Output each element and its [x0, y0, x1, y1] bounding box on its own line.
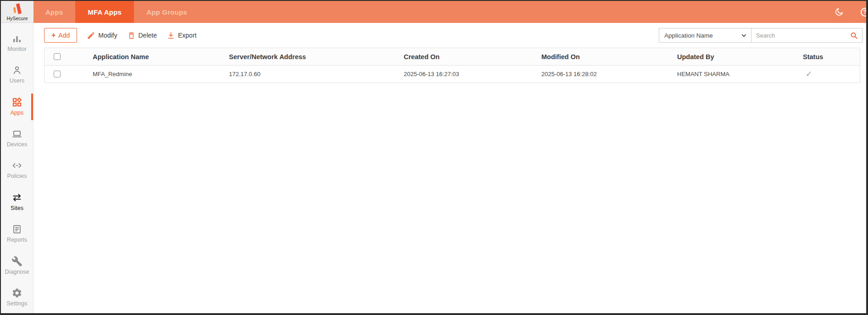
column-header-created-on[interactable]: Created On: [404, 53, 541, 61]
sidebar: Monitor Users Apps Devices: [1, 23, 33, 313]
search-icon[interactable]: [850, 31, 858, 40]
sidebar-item-sites[interactable]: Sites: [1, 186, 33, 217]
dark-mode-icon[interactable]: [834, 7, 844, 17]
add-button[interactable]: + Add: [44, 28, 77, 43]
select-all-checkbox[interactable]: [54, 53, 61, 60]
sidebar-item-label: Devices: [7, 141, 27, 148]
sidebar-item-reports[interactable]: Reports: [1, 218, 33, 249]
sidebar-item-label: Sites: [11, 205, 23, 211]
brand-logo[interactable]: HySecure: [1, 1, 33, 23]
main-content: + Add Modify Delete Export: [34, 23, 866, 313]
export-button[interactable]: Export: [167, 31, 196, 40]
sidebar-item-label: Monitor: [7, 46, 27, 52]
cell-server-address: 172.17.0.60: [229, 71, 404, 77]
search-field-select[interactable]: Application Name: [659, 28, 751, 43]
column-header-server-address[interactable]: Server/Network Address: [229, 53, 404, 61]
sidebar-item-label: Diagnose: [5, 269, 29, 275]
sidebar-item-policies[interactable]: Policies: [1, 154, 33, 186]
sidebar-item-label: Apps: [11, 110, 24, 116]
sidebar-item-label: Settings: [6, 300, 27, 307]
table-row[interactable]: MFA_Redmine 172.17.0.60 2025-06-13 16:27…: [45, 66, 860, 83]
sidebar-item-label: Reports: [7, 237, 27, 243]
hysecure-logo-icon: [11, 2, 24, 16]
table-header-row: Application Name Server/Network Address …: [45, 48, 860, 66]
cell-created-on: 2025-06-13 16:27:03: [404, 71, 541, 77]
settings-gear-icon: [11, 287, 22, 298]
tab-apps[interactable]: Apps: [33, 1, 75, 23]
export-download-icon: [167, 31, 175, 40]
modify-button-label: Modify: [98, 32, 117, 39]
row-checkbox[interactable]: [54, 71, 61, 77]
modify-button[interactable]: Modify: [87, 31, 117, 40]
sidebar-item-label: Users: [10, 77, 25, 84]
sites-icon: [11, 192, 22, 203]
trash-icon: [127, 31, 136, 40]
topbar-actions: ?: [834, 1, 866, 23]
sidebar-item-users[interactable]: Users: [1, 58, 33, 90]
chevron-down-icon: [741, 33, 747, 39]
search-box: [751, 28, 862, 43]
active-item-indicator: [31, 94, 33, 120]
status-check-icon: ✓: [806, 70, 812, 78]
monitor-icon: [11, 33, 22, 44]
tab-app-groups[interactable]: App Groups: [134, 1, 200, 23]
column-header-status[interactable]: Status: [803, 53, 860, 61]
diagnose-wrench-icon: [11, 256, 22, 267]
sidebar-item-settings[interactable]: Settings: [1, 282, 33, 313]
column-header-modified-on[interactable]: Modified On: [541, 53, 677, 61]
help-icon[interactable]: ?: [861, 8, 866, 17]
users-icon: [11, 65, 22, 76]
sidebar-item-apps[interactable]: Apps: [1, 90, 33, 122]
delete-button[interactable]: Delete: [127, 31, 157, 40]
sidebar-item-label: Policies: [7, 173, 27, 179]
table-toolbar: + Add Modify Delete Export: [34, 23, 866, 48]
app-tabs: Apps MFA Apps App Groups: [33, 1, 200, 23]
mfa-apps-table: Application Name Server/Network Address …: [44, 48, 860, 83]
reports-icon: [11, 224, 22, 235]
tab-mfa-apps[interactable]: MFA Apps: [75, 1, 134, 23]
app-window: Apps MFA Apps App Groups ? HySecure Moni…: [0, 0, 868, 315]
sidebar-item-diagnose[interactable]: Diagnose: [1, 249, 33, 281]
brand-name: HySecure: [6, 16, 28, 21]
devices-icon: [11, 128, 22, 139]
table-filter: Application Name: [659, 28, 862, 43]
policies-icon: [11, 160, 22, 171]
search-field-selected-value: Application Name: [664, 32, 713, 39]
search-input[interactable]: [751, 28, 862, 42]
apps-grid-icon: [11, 97, 22, 108]
cell-updated-by: HEMANT SHARMA: [677, 71, 803, 77]
plus-icon: +: [51, 33, 56, 38]
export-button-label: Export: [178, 32, 196, 39]
top-navigation-bar: Apps MFA Apps App Groups ?: [33, 1, 866, 23]
cell-application-name: MFA_Redmine: [93, 71, 229, 77]
sidebar-item-monitor[interactable]: Monitor: [1, 27, 33, 58]
column-header-updated-by[interactable]: Updated By: [677, 53, 803, 61]
cell-modified-on: 2025-06-13 16:28:02: [541, 71, 677, 77]
add-button-label: Add: [58, 32, 70, 39]
sidebar-item-devices[interactable]: Devices: [1, 122, 33, 154]
delete-button-label: Delete: [139, 32, 157, 39]
pencil-icon: [87, 31, 95, 40]
column-header-application-name[interactable]: Application Name: [93, 53, 229, 61]
help-glyph: ?: [863, 9, 866, 15]
